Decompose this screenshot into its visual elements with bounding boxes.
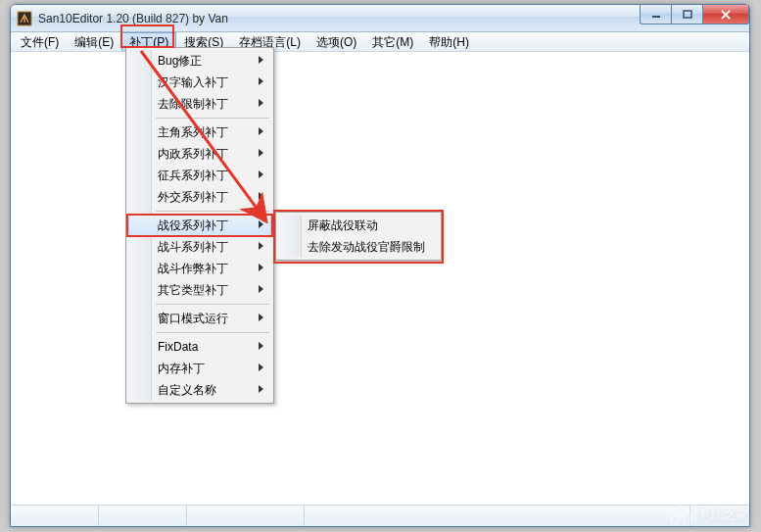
chevron-right-icon [259, 56, 263, 64]
app-window: San10Editor 1.20 (Build 827) by Van 文件(F… [10, 4, 750, 527]
status-cell [11, 506, 99, 526]
titlebar[interactable]: San10Editor 1.20 (Build 827) by Van [11, 5, 749, 32]
chevron-right-icon [259, 77, 263, 85]
dropdown-separator [156, 211, 269, 212]
chevron-right-icon [259, 242, 263, 250]
status-cell [305, 506, 690, 526]
app-icon [17, 11, 32, 26]
chevron-right-icon [259, 192, 263, 200]
menu-file[interactable]: 文件(F) [13, 32, 67, 51]
dropdown-separator [156, 118, 269, 119]
campaign-submenu: 屏蔽战役联动 去除发动战役官爵限制 [275, 212, 442, 261]
chevron-right-icon [259, 220, 263, 228]
menu-other[interactable]: 其它(M) [364, 32, 421, 51]
dd-item-diplomacy[interactable]: 外交系列补丁 [128, 186, 271, 208]
dd-item-campaign[interactable]: 战役系列补丁 [128, 215, 271, 236]
dd-item-hero[interactable]: 主角系列补丁 [128, 121, 271, 143]
dd-item-memory[interactable]: 内存补丁 [128, 358, 271, 379]
status-cell [187, 506, 305, 526]
menu-edit[interactable]: 编辑(E) [67, 32, 121, 51]
sub-item-removeranklimit[interactable]: 去除发动战役官爵限制 [278, 236, 439, 258]
content-area [11, 52, 749, 505]
menu-help[interactable]: 帮助(H) [421, 32, 477, 51]
dropdown-separator [156, 304, 269, 305]
dd-item-conscript[interactable]: 征兵系列补丁 [128, 165, 271, 186]
dd-item-hanzi[interactable]: 汉字输入补丁 [128, 72, 271, 93]
svg-rect-1 [652, 16, 660, 18]
window-title: San10Editor 1.20 (Build 827) by Van [38, 12, 228, 25]
dd-item-windowmode[interactable]: 窗口模式运行 [128, 308, 271, 329]
dd-item-battlecheat[interactable]: 战斗作弊补丁 [128, 258, 271, 279]
chevron-right-icon [259, 170, 263, 178]
dd-item-bugfix[interactable]: Bug修正 [128, 50, 271, 72]
dd-item-domestic[interactable]: 内政系列补丁 [128, 143, 271, 165]
dd-item-battle[interactable]: 战斗系列补丁 [128, 236, 271, 258]
chevron-right-icon [259, 264, 263, 271]
chevron-right-icon [259, 127, 263, 135]
patch-dropdown: Bug修正 汉字输入补丁 去除限制补丁 主角系列补丁 内政系列补丁 征兵系列补丁… [125, 47, 274, 404]
dropdown-separator [156, 332, 269, 333]
status-cell [99, 506, 187, 526]
dd-item-othertype[interactable]: 其它类型补丁 [128, 279, 271, 301]
svg-rect-2 [684, 11, 691, 18]
window-controls [640, 5, 749, 24]
chevron-right-icon [259, 385, 263, 393]
close-button[interactable] [702, 5, 749, 24]
chevron-right-icon [259, 285, 263, 293]
dd-item-customname[interactable]: 自定义名称 [128, 379, 271, 401]
chevron-right-icon [259, 363, 263, 371]
chevron-right-icon [259, 149, 263, 157]
maximize-button[interactable] [671, 5, 702, 24]
status-cell [690, 506, 749, 526]
chevron-right-icon [259, 342, 263, 350]
sub-item-blocklink[interactable]: 屏蔽战役联动 [278, 215, 439, 236]
chevron-right-icon [259, 99, 263, 107]
statusbar [11, 505, 749, 526]
minimize-button[interactable] [640, 5, 671, 24]
menubar: 文件(F) 编辑(E) 补丁(P) 搜索(S) 存档语言(L) 选项(O) 其它… [11, 32, 749, 52]
chevron-right-icon [259, 314, 263, 321]
dd-item-removelimit[interactable]: 去除限制补丁 [128, 93, 271, 115]
menu-options[interactable]: 选项(O) [309, 32, 364, 51]
dd-item-fixdata[interactable]: FixData [128, 336, 271, 358]
